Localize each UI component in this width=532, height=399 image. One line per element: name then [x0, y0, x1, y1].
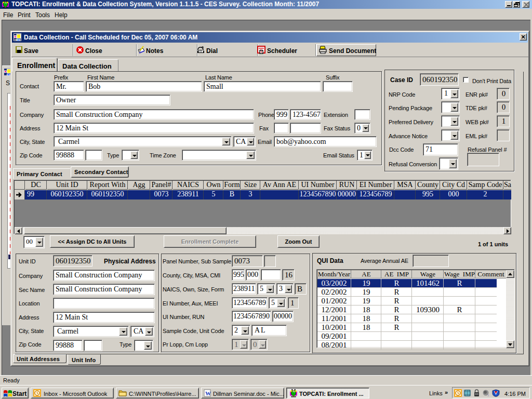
svg-text:W: W — [205, 390, 211, 396]
